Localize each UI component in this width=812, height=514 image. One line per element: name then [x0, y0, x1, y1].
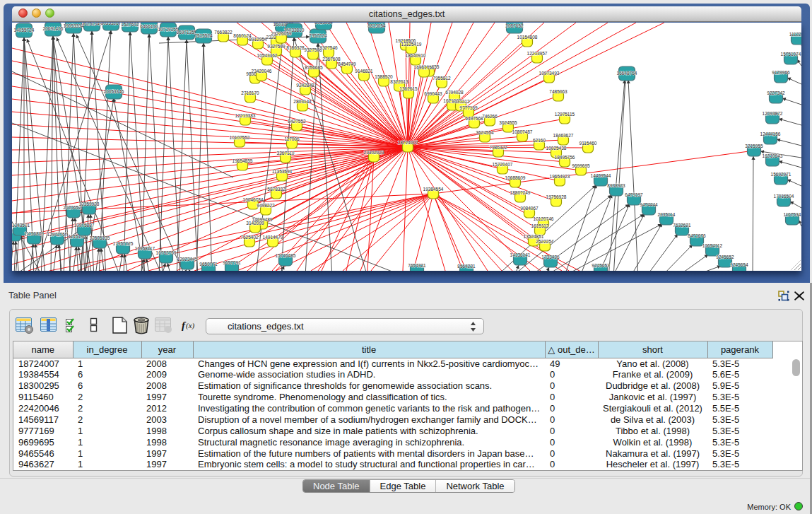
- svg-text:8186328: 8186328: [286, 45, 305, 50]
- svg-text:9327509: 9327509: [267, 44, 286, 49]
- svg-text:9129966: 9129966: [772, 70, 790, 75]
- svg-text:20691406: 20691406: [43, 26, 64, 31]
- svg-text:9146821: 9146821: [355, 69, 373, 74]
- svg-text:11343501: 11343501: [12, 223, 30, 228]
- svg-text:10958117: 10958117: [135, 246, 155, 251]
- svg-text:2935114: 2935114: [658, 212, 676, 217]
- svg-text:9777169: 9777169: [459, 105, 478, 110]
- svg-text:12923445: 12923445: [177, 257, 198, 262]
- svg-text:15720407: 15720407: [493, 162, 513, 167]
- svg-text:9474444: 9474444: [640, 202, 658, 207]
- svg-text:14914479: 14914479: [263, 235, 283, 240]
- svg-text:18724007: 18724007: [398, 140, 418, 145]
- svg-text:10025438: 10025438: [546, 146, 567, 151]
- svg-text:23420046: 23420046: [252, 69, 272, 74]
- svg-text:14055724: 14055724: [14, 28, 35, 33]
- svg-text:1733426: 1733426: [541, 255, 560, 259]
- svg-text:9227342: 9227342: [767, 90, 785, 95]
- svg-text:15692971: 15692971: [771, 172, 792, 177]
- svg-text:16251349: 16251349: [82, 23, 102, 26]
- svg-text:62160: 62160: [533, 138, 546, 143]
- svg-text:10719155: 10719155: [158, 27, 179, 32]
- svg-text:19756928: 19756928: [546, 194, 567, 199]
- svg-text:14136141: 14136141: [510, 252, 531, 257]
- svg-text:19053334: 19053334: [64, 23, 84, 28]
- svg-text:9431212: 9431212: [452, 99, 470, 104]
- svg-text:9699695: 9699695: [572, 163, 590, 168]
- svg-text:8813054: 8813054: [367, 23, 386, 28]
- svg-text:1615112: 1615112: [531, 223, 549, 228]
- svg-text:9245653: 9245653: [592, 263, 610, 268]
- svg-text:12213383: 12213383: [235, 113, 256, 118]
- svg-text:1167534: 1167534: [784, 212, 801, 217]
- svg-text:6497568: 6497568: [465, 116, 483, 121]
- svg-text:13524851: 13524851: [524, 234, 544, 239]
- svg-text:23226059: 23226059: [271, 31, 292, 36]
- svg-text:11353594: 11353594: [272, 169, 293, 174]
- svg-text:23302023: 23302023: [364, 150, 384, 155]
- svg-text:117006: 117006: [284, 136, 300, 141]
- svg-text:7986322: 7986322: [489, 145, 507, 150]
- svg-text:6990443: 6990443: [424, 91, 442, 96]
- svg-text:16782759: 16782759: [156, 250, 177, 255]
- svg-text:20053346: 20053346: [104, 89, 124, 94]
- svg-text:8913054: 8913054: [314, 23, 333, 25]
- svg-text:13125419: 13125419: [401, 42, 422, 47]
- svg-text:2087652: 2087652: [505, 23, 524, 28]
- svg-text:12975115: 12975115: [555, 112, 575, 117]
- svg-text:7485063: 7485063: [549, 89, 567, 94]
- svg-text:3624555: 3624555: [499, 120, 517, 125]
- svg-text:12444156: 12444156: [760, 132, 781, 136]
- svg-text:19654923: 19654923: [550, 174, 570, 179]
- svg-text:7663822: 7663822: [214, 30, 233, 35]
- svg-text:1527602: 1527602: [121, 23, 139, 27]
- svg-text:16648764: 16648764: [617, 71, 637, 76]
- svg-text:6794028: 6794028: [445, 90, 464, 95]
- svg-text:8471676: 8471676: [688, 233, 706, 238]
- svg-text:746266: 746266: [482, 114, 498, 119]
- svg-text:2522254: 2522254: [536, 239, 554, 244]
- svg-text:7955812: 7955812: [433, 76, 451, 81]
- svg-text:10046784: 10046784: [243, 197, 264, 202]
- svg-text:3215955: 3215955: [745, 144, 763, 148]
- svg-text:9084067: 9084067: [520, 206, 539, 211]
- svg-text:1588520: 1588520: [375, 74, 393, 79]
- svg-text:12093872: 12093872: [763, 111, 783, 116]
- svg-text:10807487: 10807487: [512, 129, 533, 134]
- svg-text:9650771: 9650771: [199, 262, 218, 267]
- svg-text:18640910: 18640910: [406, 53, 426, 58]
- svg-text:9657791: 9657791: [223, 260, 241, 265]
- svg-text:12213957: 12213957: [527, 51, 548, 56]
- svg-text:10654112: 10654112: [702, 243, 723, 248]
- svg-text:8938923: 8938923: [607, 183, 625, 188]
- svg-text:19654855: 19654855: [233, 158, 253, 163]
- svg-text:5878332: 5878332: [267, 187, 286, 192]
- svg-text:10553267: 10553267: [101, 23, 122, 25]
- svg-text:10154808: 10154808: [517, 35, 538, 40]
- svg-text:10973493: 10973493: [539, 71, 560, 76]
- svg-text:2367608: 2367608: [322, 57, 341, 62]
- svg-text:18807249: 18807249: [510, 190, 531, 195]
- svg-text:10975887: 10975887: [74, 223, 95, 228]
- svg-text:1362615: 1362615: [399, 86, 418, 91]
- svg-text:16961756: 16961756: [414, 65, 435, 70]
- svg-text:9245654: 9245654: [730, 262, 748, 267]
- svg-text:12359928: 12359928: [79, 201, 100, 206]
- svg-text:15751074: 15751074: [781, 52, 801, 57]
- svg-text:9115460: 9115460: [579, 141, 597, 146]
- svg-text:14409544: 14409544: [591, 173, 611, 178]
- svg-text:8756685: 8756685: [305, 65, 323, 70]
- svg-text:1112233: 1112233: [789, 32, 801, 37]
- svg-text:3142099: 3142099: [246, 221, 264, 226]
- svg-text:7357224: 7357224: [309, 33, 327, 38]
- svg-text:18495756: 18495756: [555, 155, 575, 160]
- svg-text:9242848: 9242848: [296, 83, 314, 88]
- svg-text:16210643: 16210643: [763, 153, 783, 158]
- svg-text:2803144: 2803144: [293, 99, 312, 104]
- svg-text:8564221: 8564221: [457, 264, 476, 269]
- svg-text:10120746: 10120746: [534, 216, 554, 221]
- svg-text:17957225: 17957225: [113, 241, 134, 246]
- svg-text:2718170: 2718170: [241, 90, 259, 95]
- svg-text:8322013: 8322013: [390, 79, 408, 84]
- svg-text:9245652: 9245652: [716, 255, 734, 259]
